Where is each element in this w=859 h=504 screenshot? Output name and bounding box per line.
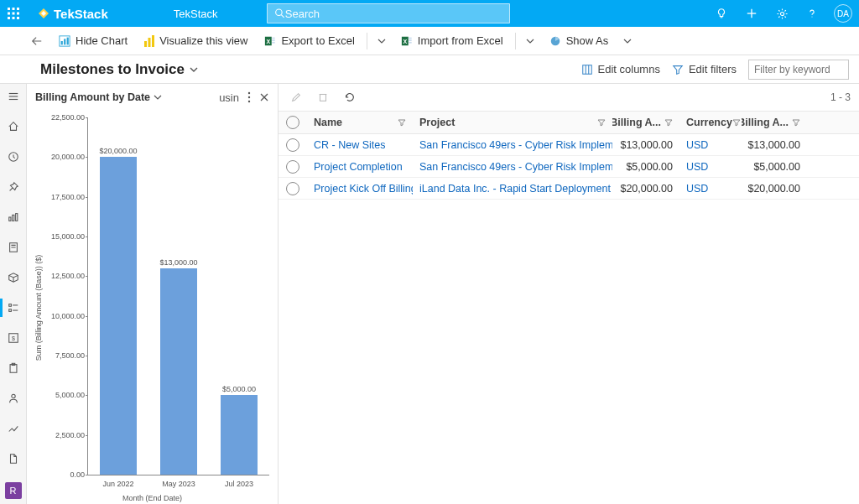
svg-rect-51 bbox=[10, 365, 17, 373]
svg-rect-2 bbox=[17, 8, 19, 10]
app-launcher-icon[interactable] bbox=[0, 0, 27, 27]
filter-keyword-input[interactable] bbox=[748, 60, 849, 80]
svg-rect-21 bbox=[148, 38, 151, 47]
cell-amount: $5,000.00 bbox=[612, 161, 679, 173]
row-select[interactable] bbox=[279, 138, 307, 152]
svg-rect-41 bbox=[8, 217, 10, 221]
col-billing-amount-base[interactable]: Billing A... bbox=[742, 117, 807, 128]
col-currency[interactable]: Currency bbox=[679, 117, 742, 128]
ytick-label: 2,500.00 bbox=[46, 431, 85, 439]
filter-icon[interactable] bbox=[398, 118, 406, 127]
edit-columns-button[interactable]: Edit columns bbox=[581, 63, 660, 75]
cell-amount-base: $5,000.00 bbox=[742, 161, 807, 173]
rail-trend-icon[interactable] bbox=[0, 416, 27, 441]
page-title[interactable]: Milestones to Invoice bbox=[40, 61, 198, 78]
svg-rect-30 bbox=[409, 37, 412, 39]
rail-chart-icon[interactable] bbox=[0, 205, 27, 230]
svg-rect-22 bbox=[152, 35, 154, 47]
rail-note-icon[interactable] bbox=[0, 235, 27, 260]
export-excel-button[interactable]: X Export to Excel bbox=[258, 31, 361, 50]
cell-currency[interactable]: USD bbox=[679, 161, 742, 173]
rail-list-icon[interactable] bbox=[0, 295, 27, 320]
filter-icon[interactable] bbox=[664, 118, 673, 127]
plus-icon[interactable] bbox=[737, 0, 767, 27]
rail-person-icon[interactable] bbox=[0, 386, 27, 411]
rail-pin-icon[interactable] bbox=[0, 174, 27, 200]
svg-rect-26 bbox=[273, 39, 276, 41]
select-all[interactable] bbox=[279, 116, 307, 129]
row-select[interactable] bbox=[279, 160, 307, 174]
svg-point-14 bbox=[780, 12, 784, 15]
edit-row-icon bbox=[287, 88, 305, 107]
cell-name[interactable]: Project Kick Off Billing Milestone bbox=[307, 183, 413, 195]
search-box[interactable] bbox=[267, 3, 510, 23]
svg-rect-59 bbox=[320, 95, 326, 101]
funnel-icon bbox=[672, 64, 684, 75]
chart-bar[interactable] bbox=[221, 395, 258, 475]
chart-area[interactable]: Sum (Billing Amount (Base)) ($) 0.002,50… bbox=[27, 111, 278, 504]
delete-row-icon bbox=[314, 88, 332, 107]
chart-bar[interactable] bbox=[100, 157, 137, 475]
cell-project[interactable]: San Francisco 49ers - Cyber Risk Impleme… bbox=[413, 139, 612, 151]
cell-amount-base: $20,000.00 bbox=[742, 183, 807, 195]
table-row[interactable]: CR - New SitesSan Francisco 49ers - Cybe… bbox=[279, 134, 859, 156]
svg-text:$: $ bbox=[12, 335, 15, 341]
filter-icon[interactable] bbox=[792, 118, 800, 127]
filter-icon[interactable] bbox=[732, 118, 741, 127]
chart-pane: Billing Amount by Date usin Sum (Billing… bbox=[27, 84, 279, 504]
cell-currency[interactable]: USD bbox=[679, 183, 742, 195]
rail-box-icon[interactable] bbox=[0, 265, 27, 290]
rail-recent-icon[interactable] bbox=[0, 144, 27, 169]
svg-rect-45 bbox=[8, 304, 11, 307]
show-as-caret[interactable] bbox=[618, 37, 637, 45]
cell-name[interactable]: Project Completion bbox=[307, 161, 413, 173]
col-billing-amount[interactable]: Billing A... bbox=[612, 117, 679, 128]
svg-rect-18 bbox=[64, 39, 65, 44]
excel-icon: X bbox=[401, 35, 413, 47]
rail-home-icon[interactable] bbox=[0, 114, 27, 139]
search-icon bbox=[274, 8, 285, 19]
ytick-label: 22,500.00 bbox=[46, 113, 85, 122]
rail-bottom-badge[interactable]: R bbox=[5, 482, 22, 499]
search-input[interactable] bbox=[285, 8, 502, 20]
rail-doc-icon[interactable] bbox=[0, 446, 27, 471]
lightbulb-icon[interactable] bbox=[706, 0, 737, 27]
visualize-button[interactable]: Visualize this view bbox=[138, 31, 254, 50]
cell-currency[interactable]: USD bbox=[679, 139, 742, 151]
import-excel-button[interactable]: X Import from Excel bbox=[394, 31, 510, 50]
brand-logo[interactable]: TekStack bbox=[27, 7, 159, 21]
cell-name[interactable]: CR - New Sites bbox=[307, 139, 413, 151]
rail-clipboard-icon[interactable] bbox=[0, 356, 27, 381]
filter-icon[interactable] bbox=[597, 118, 606, 127]
excel-icon: X bbox=[264, 35, 276, 47]
rail-menu-icon[interactable] bbox=[0, 84, 27, 109]
chart-close-icon[interactable] bbox=[259, 91, 269, 104]
cell-project[interactable]: iLand Data Inc. - Rapid Start Deployment bbox=[413, 183, 612, 195]
rail-money-icon[interactable]: $ bbox=[0, 325, 27, 351]
import-excel-caret[interactable] bbox=[521, 37, 539, 45]
table-row[interactable]: Project Kick Off Billing MilestoneiLand … bbox=[279, 178, 859, 200]
help-icon[interactable] bbox=[797, 0, 827, 27]
edit-filters-button[interactable]: Edit filters bbox=[672, 63, 737, 75]
table-row[interactable]: Project CompletionSan Francisco 49ers - … bbox=[279, 156, 859, 178]
table-body: CR - New SitesSan Francisco 49ers - Cybe… bbox=[279, 134, 859, 200]
col-name[interactable]: Name bbox=[307, 117, 413, 128]
cell-project[interactable]: San Francisco 49ers - Cyber Risk Impleme… bbox=[413, 161, 612, 173]
chart-title[interactable]: Billing Amount by Date bbox=[35, 91, 162, 103]
back-button[interactable] bbox=[25, 35, 49, 47]
export-excel-caret[interactable] bbox=[372, 37, 391, 45]
avatar[interactable]: DA bbox=[834, 4, 852, 23]
chart-bar[interactable] bbox=[160, 268, 197, 475]
refresh-icon[interactable] bbox=[341, 88, 359, 107]
chevron-down-icon bbox=[190, 65, 198, 74]
show-as-button[interactable]: Show As bbox=[543, 31, 616, 50]
col-project[interactable]: Project bbox=[413, 117, 612, 128]
cell-amount-base: $13,000.00 bbox=[742, 139, 807, 151]
hide-chart-button[interactable]: Hide Chart bbox=[52, 31, 134, 50]
chart-more-icon[interactable] bbox=[247, 91, 251, 104]
app-tab[interactable]: TekStack bbox=[159, 0, 233, 27]
svg-rect-17 bbox=[61, 41, 63, 44]
svg-rect-5 bbox=[17, 13, 19, 15]
row-select[interactable] bbox=[279, 182, 307, 195]
gear-icon[interactable] bbox=[767, 0, 797, 27]
